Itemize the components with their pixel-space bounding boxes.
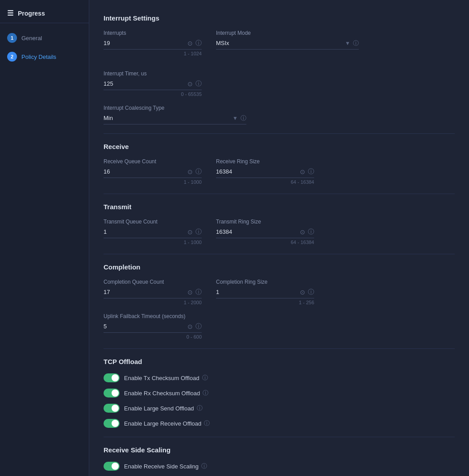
toggle-row-tx-checksum: Enable Tx Checksum Offload ⓘ (104, 373, 455, 382)
toggle-tx-checksum[interactable] (104, 373, 120, 382)
lock-icon-cqc: ⊙ (187, 289, 193, 296)
uplink-label: Uplink Failback Timeout (seconds) (104, 313, 202, 319)
sidebar-header: ☰ Progress (0, 4, 89, 23)
interrupts-range: 1 - 1024 (104, 51, 202, 56)
divider-5 (104, 437, 455, 437)
sidebar-item-general[interactable]: 1 General (0, 29, 89, 47)
info-icon-cqc[interactable]: ⓘ (195, 288, 202, 296)
toggle-large-receive[interactable] (104, 419, 120, 428)
receive-title: Receive (104, 143, 455, 150)
interrupts-input[interactable] (104, 39, 187, 47)
coalescing-group: Interrupt Coalescing Type Min Max Idle ▼… (104, 105, 246, 124)
uplink-group: Uplink Failback Timeout (seconds) ⊙ ⓘ 0 … (104, 313, 202, 339)
uplink-input[interactable] (104, 322, 187, 331)
interrupt-timer-label: Interrupt Timer, us (104, 70, 202, 77)
receive-ring-size-input[interactable] (216, 167, 300, 176)
interrupt-timer-icons: ⊙ ⓘ (187, 80, 202, 88)
uplink-icons: ⊙ ⓘ (187, 323, 202, 331)
uplink-wrapper: ⊙ ⓘ (104, 322, 202, 333)
lock-icon-rrs: ⊙ (300, 168, 305, 175)
sidebar-title: Progress (18, 10, 45, 17)
lock-icon: ⊙ (187, 40, 193, 47)
coalescing-label: Interrupt Coalescing Type (104, 105, 246, 111)
interrupt-timer-group: Interrupt Timer, us ⊙ ⓘ 0 - 65535 (104, 70, 202, 97)
receive-row: Receive Queue Count ⊙ ⓘ 1 - 1000 Receive… (104, 158, 455, 185)
toggle-label-tx-checksum: Enable Tx Checksum Offload (124, 375, 199, 381)
sidebar: ☰ Progress 1 General 2 Policy Details (0, 0, 89, 476)
transmit-queue-count-range: 1 - 1000 (104, 240, 202, 245)
info-icon-tqc[interactable]: ⓘ (195, 228, 202, 236)
coalescing-select[interactable]: Min Max Idle (104, 114, 231, 122)
info-icon-coalescing[interactable]: ⓘ (241, 114, 246, 122)
interrupt-mode-arrow: ▼ (345, 40, 350, 46)
sidebar-item-policy-details[interactable]: 2 Policy Details (0, 47, 89, 66)
uplink-range: 0 - 600 (104, 334, 202, 339)
interrupt-mode-select[interactable]: MSIx MSI INTx (216, 39, 343, 47)
info-icon-rrs[interactable]: ⓘ (308, 168, 314, 176)
transmit-ring-size-icons: ⊙ ⓘ (300, 228, 314, 236)
interrupt-mode-group: Interrupt Mode MSIx MSI INTx ▼ ⓘ (216, 30, 359, 56)
info-icon-crs[interactable]: ⓘ (308, 288, 314, 296)
tcp-offload-title: TCP Offload (104, 358, 455, 365)
interrupt-timer-input-wrapper: ⊙ ⓘ (104, 79, 202, 90)
interrupts-label: Interrupts (104, 30, 202, 36)
info-icon-large-send[interactable]: ⓘ (197, 404, 203, 412)
interrupts-input-wrapper: ⊙ ⓘ (104, 39, 202, 50)
completion-queue-count-icons: ⊙ ⓘ (187, 288, 202, 296)
completion-queue-count-input[interactable] (104, 288, 187, 296)
uplink-row: Uplink Failback Timeout (seconds) ⊙ ⓘ 0 … (104, 313, 455, 339)
lock-icon-timer: ⊙ (187, 80, 193, 87)
transmit-title: Transmit (104, 203, 455, 211)
info-icon-large-receive[interactable]: ⓘ (204, 419, 210, 427)
toggle-label-large-receive: Enable Large Receive Offload (124, 420, 201, 427)
interrupt-timer-range: 0 - 65535 (104, 91, 202, 97)
toggle-row-rss-enable: Enable Receive Side Scaling ⓘ (104, 462, 455, 471)
lock-icon-uplink: ⊙ (187, 323, 193, 330)
menu-icon: ☰ (7, 9, 13, 17)
info-icon-uplink[interactable]: ⓘ (195, 323, 202, 331)
completion-ring-size-wrapper: ⊙ ⓘ (216, 288, 314, 298)
info-icon-rx-checksum[interactable]: ⓘ (203, 389, 208, 397)
completion-queue-count-label: Completion Queue Count (104, 279, 202, 285)
lock-icon-trs: ⊙ (300, 228, 305, 236)
transmit-ring-size-range: 64 - 16384 (216, 240, 314, 245)
completion-ring-size-range: 1 - 256 (216, 300, 314, 305)
completion-ring-size-icons: ⊙ ⓘ (300, 288, 314, 296)
toggle-row-rx-checksum: Enable Rx Checksum Offload ⓘ (104, 389, 455, 397)
completion-queue-count-range: 1 - 2000 (104, 300, 202, 305)
info-icon-rqc[interactable]: ⓘ (195, 168, 202, 176)
coalescing-select-wrapper: Min Max Idle ▼ ⓘ (104, 114, 246, 124)
receive-ring-size-wrapper: ⊙ ⓘ (216, 167, 314, 178)
completion-ring-size-label: Completion Ring Size (216, 279, 314, 285)
toggle-large-send[interactable] (104, 404, 120, 413)
info-icon-trs[interactable]: ⓘ (308, 228, 314, 236)
transmit-ring-size-wrapper: ⊙ ⓘ (216, 228, 314, 238)
info-icon-rss-enable[interactable]: ⓘ (201, 462, 207, 470)
interrupt-row-2: Interrupt Coalescing Type Min Max Idle ▼… (104, 105, 455, 124)
transmit-ring-size-input[interactable] (216, 228, 300, 236)
receive-queue-count-input[interactable] (104, 167, 187, 176)
receive-queue-count-range: 1 - 1000 (104, 179, 202, 185)
divider-1 (104, 133, 455, 134)
toggle-label-large-send: Enable Large Send Offload (124, 405, 194, 412)
receive-ring-size-range: 64 - 16384 (216, 179, 314, 185)
interrupt-mode-label: Interrupt Mode (216, 30, 359, 36)
completion-ring-size-input[interactable] (216, 288, 300, 296)
transmit-queue-count-input[interactable] (104, 228, 187, 236)
receive-queue-count-label: Receive Queue Count (104, 158, 202, 165)
interrupt-row-1: Interrupts ⊙ ⓘ 1 - 1024 Interrupt Mode M… (104, 30, 455, 97)
completion-title: Completion (104, 263, 455, 271)
divider-4 (104, 348, 455, 349)
toggle-rx-checksum[interactable] (104, 389, 120, 397)
interrupt-settings-title: Interrupt Settings (104, 14, 455, 22)
transmit-ring-size-group: Transmit Ring Size ⊙ ⓘ 64 - 16384 (216, 219, 314, 245)
completion-ring-size-group: Completion Ring Size ⊙ ⓘ 1 - 256 (216, 279, 314, 305)
toggle-rss-enable[interactable] (104, 462, 120, 471)
info-icon-tx-checksum[interactable]: ⓘ (202, 374, 208, 382)
receive-queue-count-wrapper: ⊙ ⓘ (104, 167, 202, 178)
step-2-circle: 2 (7, 52, 17, 62)
interrupt-timer-input[interactable] (104, 79, 187, 88)
info-icon-interrupt-mode[interactable]: ⓘ (353, 39, 359, 47)
info-icon-timer[interactable]: ⓘ (195, 80, 202, 88)
info-icon-interrupts[interactable]: ⓘ (195, 39, 202, 47)
